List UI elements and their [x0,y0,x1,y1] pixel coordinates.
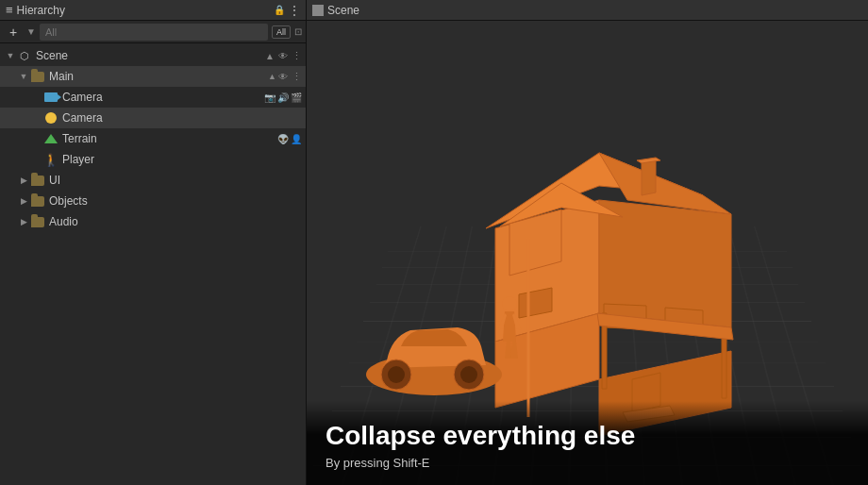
main-layout: ≡ Hierarchy 🔒 ⋮ + ▼ All ⊡ ⬡ Scene ▲ � [0,0,868,485]
scene-label: Scene [36,49,265,62]
tree-item-ui[interactable]: UI [0,170,306,191]
tree-item-terrain[interactable]: Terrain 👽 👤 [0,128,306,149]
scene-up-icon[interactable]: ▲ [265,51,275,61]
search-input[interactable] [40,24,268,41]
scene-viewport[interactable]: Collapse everything else By pressing Shi… [307,21,868,485]
tree-item-main[interactable]: Main ▲ 👁 ⋮ [0,66,306,87]
overlay-sub-text: By pressing Shift-E [326,456,849,470]
overlay-main-text: Collapse everything else [326,420,849,452]
ui-arrow-icon[interactable] [17,170,30,191]
player-label: Player [62,153,302,166]
scene-arrow-icon[interactable] [4,45,17,66]
svg-point-20 [388,366,405,383]
main-more-icon[interactable]: ⋮ [292,71,302,83]
player-icon: 🚶 [43,152,58,167]
add-button[interactable]: + [4,23,23,42]
hierarchy-header: ≡ Hierarchy 🔒 ⋮ [0,0,306,21]
hierarchy-tree: ⬡ Scene ▲ 👁 ⋮ Main ▲ 👁 ⋮ [0,43,306,485]
ui-folder-icon [30,173,45,188]
scene-eye-icon[interactable]: 👁 [278,51,288,61]
tree-item-scene[interactable]: ⬡ Scene ▲ 👁 ⋮ [0,45,306,66]
camera-icon [43,90,58,105]
overlay-container: Collapse everything else By pressing Shi… [307,401,868,485]
audio-arrow-icon[interactable] [17,211,30,232]
focus-icon: ⊡ [294,26,302,37]
ui-label: UI [49,174,302,187]
tree-item-audio[interactable]: Audio [0,211,306,232]
scene-panel: Scene [307,0,868,485]
hierarchy-panel: ≡ Hierarchy 🔒 ⋮ + ▼ All ⊡ ⬡ Scene ▲ � [0,0,307,485]
focus-button[interactable]: All [272,25,291,39]
svg-point-22 [460,366,477,383]
scene-header: Scene [307,0,868,21]
hierarchy-lock-icon[interactable]: 🔒 [274,5,285,15]
objects-arrow-icon[interactable] [17,191,30,211]
car-group [366,327,502,395]
audio-label: Audio [49,215,302,228]
tree-item-light[interactable]: Camera [0,108,306,128]
light-label: Camera [62,111,302,125]
terrain-label: Terrain [62,132,277,145]
camera-action3-icon[interactable]: 🎬 [291,92,302,103]
tree-item-player[interactable]: 🚶 Player [0,149,306,170]
scene-icon: ⬡ [17,48,32,63]
camera-action1-icon[interactable]: 📷 [264,92,275,103]
light-icon [43,110,58,125]
tree-item-camera[interactable]: Camera 📷 🔊 🎬 [0,87,306,108]
tree-item-objects[interactable]: Objects [0,191,306,211]
scene-svg [307,40,868,445]
svg-marker-8 [642,159,656,195]
main-up-icon[interactable]: ▲ [268,72,276,81]
main-label: Main [49,70,268,83]
svg-point-23 [502,296,517,311]
terrain-action1-icon[interactable]: 👽 [277,134,289,144]
objects-folder-icon [30,193,45,209]
main-arrow-icon[interactable] [17,66,30,87]
hierarchy-more-icon[interactable]: ⋮ [289,4,300,17]
scene-title: Scene [327,4,359,17]
terrain-action2-icon[interactable]: 👤 [291,134,302,144]
audio-folder-icon [30,214,45,229]
objects-label: Objects [49,194,302,208]
camera-label: Camera [62,91,264,104]
main-eye-icon[interactable]: 👁 [278,72,288,82]
dropdown-arrow-icon[interactable]: ▼ [26,26,36,37]
hierarchy-menu-icon[interactable]: ≡ [6,3,13,17]
scene-grid-icon [312,5,324,16]
svg-marker-9 [637,158,660,163]
house-group [486,153,733,436]
hierarchy-title: Hierarchy [17,4,270,17]
terrain-icon [43,131,58,146]
search-bar: + ▼ All ⊡ [0,21,306,43]
scene-more-icon[interactable]: ⋮ [292,50,302,62]
folder-icon [30,69,45,84]
camera-action2-icon[interactable]: 🔊 [277,92,289,103]
